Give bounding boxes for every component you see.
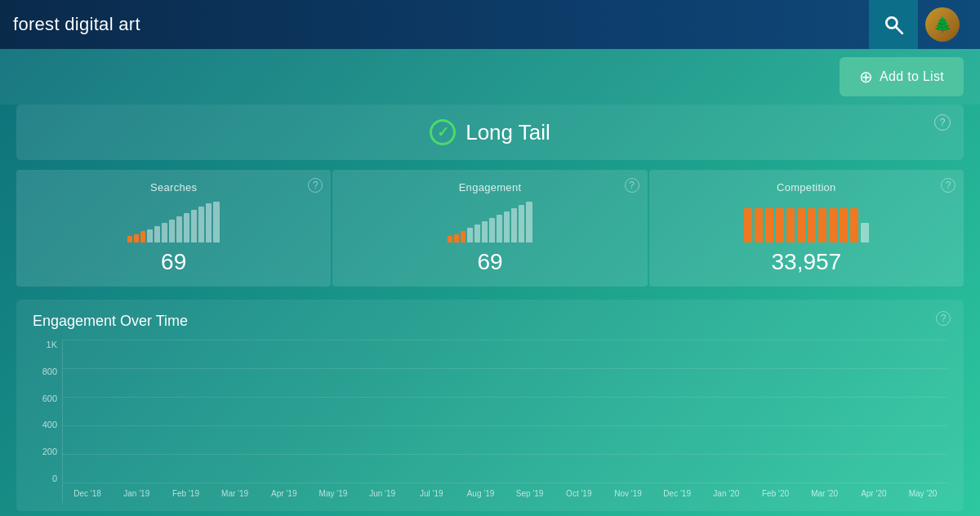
- competition-help-icon[interactable]: ?: [941, 178, 956, 193]
- bar: [840, 208, 848, 242]
- bar: [504, 211, 510, 242]
- x-label-dec19: Dec '19: [653, 489, 702, 498]
- bar: [127, 236, 132, 242]
- y-label-600: 600: [33, 394, 62, 403]
- chart-area: 1K 800 600 400 200 0: [33, 340, 947, 503]
- x-label-oct19: Oct '19: [555, 489, 604, 498]
- bar: [140, 231, 145, 242]
- engagement-section: Engagement Over Time ? 1K 800 600 400 20…: [16, 300, 964, 511]
- engagement-chart-help-icon[interactable]: ?: [936, 311, 951, 326]
- bar: [755, 208, 763, 242]
- bar: [511, 208, 517, 242]
- long-tail-card: ✓ Long Tail ?: [16, 105, 964, 160]
- x-label-mar20: Mar '20: [800, 489, 849, 498]
- engagement-chart-title: Engagement Over Time: [33, 313, 947, 330]
- header: forest digital art 🌲: [0, 0, 980, 49]
- bar: [206, 203, 212, 242]
- x-label-apr19: Apr '19: [260, 489, 309, 498]
- bar: [744, 208, 752, 242]
- bar: [169, 220, 175, 242]
- bar: [154, 226, 160, 242]
- x-label-mar19: Mar '19: [211, 489, 260, 498]
- bar: [198, 207, 204, 242]
- bar: [797, 208, 805, 242]
- check-icon: ✓: [430, 119, 456, 145]
- x-label-may19: May '19: [309, 489, 358, 498]
- bar: [454, 234, 459, 242]
- y-label-1k: 1K: [33, 340, 62, 349]
- competition-value: 33,957: [662, 249, 951, 275]
- searches-label: Searches: [29, 181, 318, 194]
- bar: [176, 216, 182, 242]
- x-label-aug19: Aug '19: [456, 489, 505, 498]
- x-label-apr20: Apr '20: [849, 489, 898, 498]
- header-icons: 🌲: [869, 0, 967, 49]
- bar: [497, 215, 502, 242]
- avatar-image: 🌲: [925, 7, 960, 42]
- x-label-sep19: Sep '19: [506, 489, 555, 498]
- x-label-may20: May '20: [898, 489, 947, 498]
- bar: [818, 208, 826, 242]
- competition-label: Competition: [662, 181, 951, 194]
- bar: [526, 202, 532, 242]
- plus-circle-icon: ⊕: [859, 67, 873, 87]
- x-label-jul19: Jul '19: [407, 489, 456, 498]
- page-title: forest digital art: [13, 14, 869, 35]
- x-labels: Dec '18 Jan '19 Feb '19 Mar '19 Apr '19 …: [63, 483, 947, 503]
- search-icon: [883, 14, 904, 35]
- x-label-nov19: Nov '19: [604, 489, 653, 498]
- y-axis: 1K 800 600 400 200 0: [33, 340, 62, 503]
- bar: [461, 231, 466, 242]
- bar: [191, 210, 197, 242]
- x-label-feb19: Feb '19: [161, 489, 210, 498]
- metric-cards: Searches ? 69 Engagement ?: [16, 170, 964, 287]
- x-label-jun19: Jun '19: [358, 489, 407, 498]
- y-label-800: 800: [33, 367, 62, 376]
- bar: [776, 208, 784, 242]
- x-label-dec18: Dec '18: [63, 489, 112, 498]
- bar: [519, 205, 524, 242]
- competition-chart: [662, 202, 951, 242]
- bar: [134, 234, 139, 242]
- search-button[interactable]: [869, 0, 918, 49]
- bar: [184, 213, 189, 242]
- y-label-200: 200: [33, 447, 62, 456]
- x-label-jan20: Jan '20: [702, 489, 751, 498]
- add-to-list-label: Add to List: [880, 69, 944, 84]
- bar: [829, 208, 837, 242]
- searches-help-icon[interactable]: ?: [308, 178, 323, 193]
- add-to-list-button[interactable]: ⊕ Add to List: [840, 57, 964, 96]
- bar: [213, 202, 220, 242]
- bar: [467, 228, 473, 242]
- engagement-value: 69: [345, 249, 634, 275]
- bar: [448, 236, 452, 242]
- chart-body: Dec '18 Jan '19 Feb '19 Mar '19 Apr '19 …: [62, 340, 947, 503]
- searches-value: 69: [29, 249, 318, 275]
- competition-card: Competition ? 33,957: [649, 170, 964, 287]
- engagement-help-icon[interactable]: ?: [625, 178, 639, 193]
- bar: [482, 221, 488, 242]
- bar: [765, 208, 773, 242]
- searches-chart: [29, 202, 318, 242]
- bar: [850, 208, 858, 242]
- y-label-400: 400: [33, 420, 62, 429]
- engagement-label: Engagement: [345, 181, 634, 194]
- bar: [474, 225, 480, 242]
- bar: [489, 218, 495, 242]
- x-label-jan19: Jan '19: [112, 489, 161, 498]
- avatar[interactable]: 🌲: [918, 0, 967, 49]
- long-tail-label: Long Tail: [466, 120, 550, 145]
- bar: [162, 223, 167, 242]
- bar: [861, 223, 869, 242]
- long-tail-help-icon[interactable]: ?: [934, 114, 951, 131]
- engagement-card: Engagement ? 69: [332, 170, 647, 287]
- top-bar: ⊕ Add to List: [0, 49, 980, 105]
- x-label-feb20: Feb '20: [751, 489, 800, 498]
- bar: [147, 229, 153, 242]
- y-label-0: 0: [33, 474, 62, 483]
- svg-line-1: [896, 27, 902, 33]
- time-bars-container: [63, 340, 947, 483]
- long-tail-title: ✓ Long Tail: [430, 119, 550, 145]
- bar: [786, 208, 795, 242]
- bar: [808, 208, 816, 242]
